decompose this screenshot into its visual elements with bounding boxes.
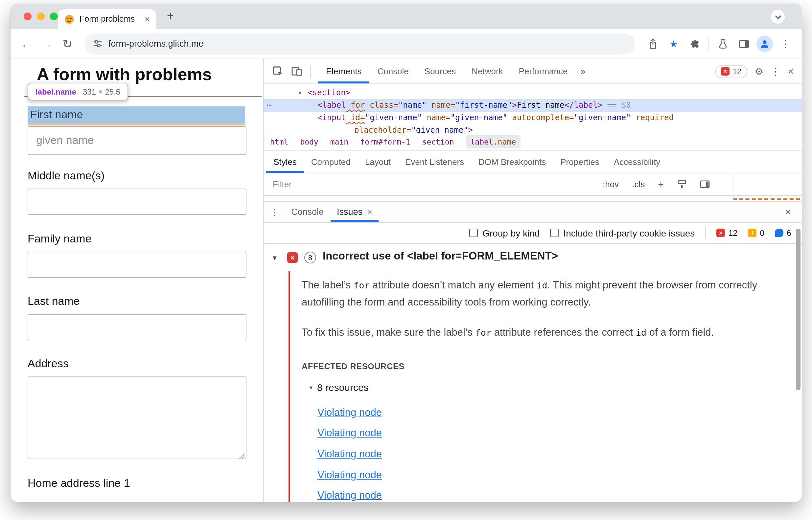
devtools-menu-kebab-icon[interactable]: ⋮ bbox=[770, 66, 781, 77]
tab-layout[interactable]: Layout bbox=[358, 151, 398, 173]
issues-tab-close-icon[interactable]: × bbox=[367, 207, 372, 217]
warning-counter[interactable]: ! 0 bbox=[748, 228, 764, 237]
tab-computed[interactable]: Computed bbox=[304, 151, 358, 173]
styles-filter-input[interactable]: Filter bbox=[273, 179, 292, 189]
inspect-element-icon[interactable] bbox=[269, 62, 286, 80]
more-tabs-icon[interactable]: » bbox=[576, 59, 590, 83]
reload-button[interactable]: ↻ bbox=[59, 38, 76, 50]
breadcrumb: html body main form#form-1 section label… bbox=[263, 133, 802, 151]
new-tab-button[interactable]: + bbox=[167, 9, 174, 23]
code-line-section[interactable]: ▼<section> bbox=[263, 87, 802, 99]
breadcrumb-form[interactable]: form#form-1 bbox=[360, 137, 410, 147]
violating-node-link[interactable]: Violating node bbox=[318, 490, 382, 501]
breadcrumb-section[interactable]: section bbox=[422, 137, 454, 147]
code-line-input-wrap[interactable]: placeholder="given name"> bbox=[263, 124, 802, 133]
family-name-input[interactable] bbox=[28, 252, 247, 278]
violating-node-link[interactable]: Violating node bbox=[318, 407, 382, 418]
window-controls bbox=[24, 12, 58, 20]
last-name-input[interactable] bbox=[28, 314, 247, 340]
breadcrumb-selected[interactable]: label.name bbox=[466, 135, 521, 149]
toggle-element-state-button[interactable]: :hov bbox=[603, 179, 619, 189]
violating-node-link[interactable]: Violating node bbox=[318, 427, 382, 439]
new-style-rule-icon[interactable]: + bbox=[658, 179, 664, 190]
dashed-separator bbox=[733, 199, 800, 200]
page-title: A form with problems bbox=[37, 64, 212, 85]
back-button[interactable]: ← bbox=[18, 38, 35, 50]
browser-tab[interactable]: Form problems × bbox=[58, 9, 156, 29]
textarea-resize-grip-icon[interactable] bbox=[238, 451, 245, 463]
fullscreen-window-button[interactable] bbox=[50, 12, 58, 20]
rendering-emulation-icon[interactable] bbox=[677, 179, 687, 189]
expand-arrow-icon[interactable]: ▼ bbox=[298, 87, 308, 99]
error-counter[interactable]: × 12 bbox=[716, 228, 737, 237]
tab-performance[interactable]: Performance bbox=[511, 59, 576, 83]
inline-menu-dots-icon[interactable]: ⋯ bbox=[267, 99, 272, 112]
first-name-input[interactable] bbox=[28, 126, 247, 155]
beaker-flask-icon[interactable] bbox=[714, 38, 732, 49]
styles-pane-divider bbox=[733, 174, 733, 202]
element-classes-button[interactable]: .cls bbox=[632, 179, 645, 189]
violating-node-link[interactable]: Violating node bbox=[318, 469, 382, 481]
tab-accessibility[interactable]: Accessibility bbox=[607, 151, 668, 173]
devtools-panel: Elements Console Sources Network Perform… bbox=[263, 59, 802, 502]
tab-dom-breakpoints[interactable]: DOM Breakpoints bbox=[471, 151, 553, 173]
tab-event-listeners[interactable]: Event Listeners bbox=[398, 151, 471, 173]
tab-console[interactable]: Console bbox=[370, 59, 416, 83]
url-text: form-problems.glitch.me bbox=[108, 39, 204, 49]
tab-network[interactable]: Network bbox=[464, 59, 511, 83]
tab-styles[interactable]: Styles bbox=[266, 151, 304, 173]
tab-sources[interactable]: Sources bbox=[417, 59, 464, 83]
tab-drawer-console[interactable]: Console bbox=[285, 202, 330, 222]
devtools-close-icon[interactable]: × bbox=[788, 66, 794, 77]
forward-button[interactable]: → bbox=[39, 38, 55, 50]
toolbar-divider bbox=[705, 227, 706, 239]
inspect-highlight: First name bbox=[28, 106, 245, 124]
address-textarea[interactable] bbox=[28, 376, 247, 459]
issue-title[interactable]: Incorrect use of <label for=FORM_ELEMENT… bbox=[323, 250, 558, 262]
bookmark-star-icon[interactable]: ★ bbox=[665, 38, 682, 50]
breadcrumb-main[interactable]: main bbox=[330, 137, 348, 147]
violating-node-link[interactable]: Violating node bbox=[318, 448, 382, 460]
message-icon bbox=[775, 229, 783, 237]
browser-menu-kebab-icon[interactable]: ⋮ bbox=[777, 38, 794, 50]
screenshot-stage: Form problems × + ← → ↻ form-problems.gl… bbox=[0, 0, 812, 520]
code-line-label-selected[interactable]: ⋯<label for class="name" name="first-nam… bbox=[263, 99, 802, 112]
middle-name-input[interactable] bbox=[28, 188, 247, 215]
third-party-cookie-checkbox[interactable]: Include third-party cookie issues bbox=[550, 228, 695, 238]
message-counter[interactable]: 6 bbox=[775, 228, 791, 237]
scrollbar-thumb[interactable] bbox=[796, 229, 801, 390]
computed-sidebar-toggle-icon[interactable] bbox=[700, 180, 710, 188]
tab-strip: Form problems × + bbox=[10, 4, 802, 29]
group-by-kind-checkbox[interactable]: Group by kind bbox=[469, 228, 539, 238]
breadcrumb-body[interactable]: body bbox=[300, 137, 318, 147]
issue-count-badge: 8 bbox=[304, 252, 316, 263]
tab-properties[interactable]: Properties bbox=[553, 151, 607, 173]
tab-search-chevron-icon[interactable] bbox=[771, 10, 785, 24]
drawer-menu-kebab-icon[interactable]: ⋮ bbox=[270, 202, 279, 222]
checkbox-box[interactable] bbox=[550, 229, 559, 237]
drawer-close-icon[interactable]: × bbox=[785, 202, 796, 222]
side-panel-icon[interactable] bbox=[735, 39, 753, 48]
tab-drawer-issues[interactable]: Issues × bbox=[330, 202, 379, 222]
styles-pane-strip bbox=[263, 196, 802, 202]
address-bar[interactable]: form-problems.glitch.me bbox=[85, 33, 635, 54]
issue-expand-icon[interactable]: ▼ bbox=[272, 254, 278, 261]
site-settings-icon[interactable] bbox=[93, 39, 103, 49]
close-window-button[interactable] bbox=[24, 12, 31, 20]
issues-count-badge[interactable]: × 12 bbox=[715, 65, 747, 78]
tooltip-selector: label.name bbox=[35, 87, 76, 96]
share-icon[interactable] bbox=[644, 38, 661, 49]
minimize-window-button[interactable] bbox=[37, 12, 45, 20]
profile-avatar[interactable] bbox=[757, 35, 773, 52]
styles-filter-bar: Filter :hov .cls + bbox=[263, 174, 802, 196]
checkbox-box[interactable] bbox=[469, 229, 478, 237]
device-toolbar-icon[interactable] bbox=[288, 62, 306, 80]
breadcrumb-html[interactable]: html bbox=[270, 137, 288, 147]
issues-count: 12 bbox=[733, 67, 742, 76]
extensions-puzzle-icon[interactable] bbox=[686, 38, 703, 49]
settings-gear-icon[interactable]: ⚙ bbox=[755, 66, 763, 77]
tab-close-icon[interactable]: × bbox=[145, 15, 150, 24]
resources-toggle[interactable]: ▾ 8 resources bbox=[309, 382, 369, 393]
code-line-input[interactable]: <input id="given-name" name="given-name"… bbox=[263, 112, 802, 124]
tab-elements[interactable]: Elements bbox=[318, 59, 370, 83]
